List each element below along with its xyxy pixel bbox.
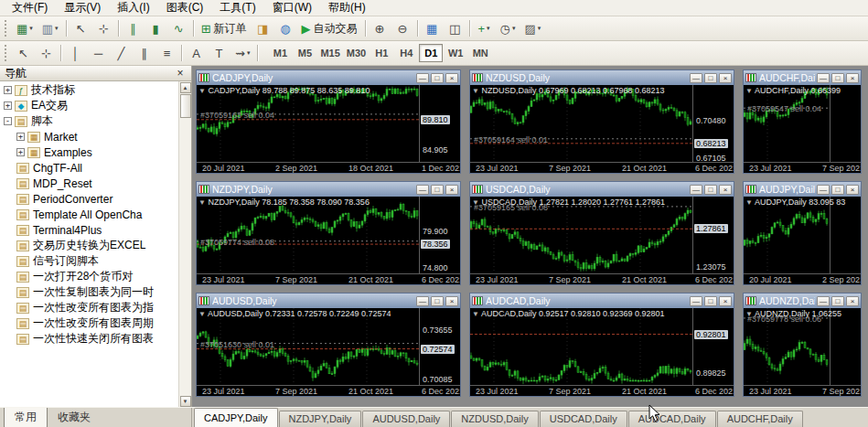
close-button[interactable]: ×	[719, 185, 732, 195]
cascade-windows-button[interactable]: ◫	[445, 18, 466, 38]
timeframe-m1-button[interactable]: M1	[268, 44, 292, 62]
menu-item-6[interactable]: 帮助(H)	[320, 0, 374, 16]
scrollbar-thumb[interactable]	[180, 94, 191, 118]
close-button[interactable]: ×	[846, 296, 859, 306]
restore-button[interactable]: □	[431, 73, 444, 83]
chart-area[interactable]: ▼ AUDCHF,Daily 0.66399#37059547 sell 0.0…	[744, 85, 861, 173]
chart-window-titlebar[interactable]: AUDCHF,Daily—□×	[744, 70, 861, 85]
tree-item-8[interactable]: ▤Template All OpenCha	[0, 207, 178, 222]
timeframe-m15-button[interactable]: M15	[317, 44, 342, 62]
tree-item-7[interactable]: ▤PeriodConverter	[0, 191, 178, 207]
indicators-button[interactable]: +▾	[474, 18, 495, 38]
chart-window-titlebar[interactable]: CADJPY,Daily—□×	[197, 70, 460, 85]
zoom-in-button[interactable]: ⊕	[370, 18, 391, 38]
minimize-button[interactable]: —	[416, 296, 429, 306]
minimize-button[interactable]: —	[416, 185, 429, 195]
minimize-button[interactable]: —	[690, 185, 702, 195]
menu-item-0[interactable]: 文件(F)	[4, 0, 56, 16]
profiles-button[interactable]: ▥▾	[38, 18, 62, 38]
bar-chart-button[interactable]: ∥	[123, 18, 144, 38]
restore-button[interactable]: □	[831, 296, 844, 306]
zoom-out-button[interactable]: ⊖	[392, 18, 413, 38]
chart-tab-2[interactable]: AUDUSD,Daily	[362, 411, 450, 427]
close-button[interactable]: ×	[445, 185, 458, 195]
close-button[interactable]: ×	[445, 73, 458, 83]
chart-tab-6[interactable]: AUDCHF,Daily	[717, 411, 803, 427]
chart-area[interactable]: ▼ AUDJPY,Daily 83.095 8320 Jul 20212 Sep…	[744, 197, 861, 284]
navigator-tab-1[interactable]: 收藏夹	[48, 408, 101, 427]
menu-item-2[interactable]: 插入(I)	[109, 0, 157, 16]
restore-button[interactable]: □	[431, 185, 444, 195]
chart-tab-3[interactable]: NZDUSD,Daily	[451, 411, 538, 427]
minimize-button[interactable]: —	[690, 296, 702, 306]
collapse-icon[interactable]: -	[4, 117, 12, 125]
trendline-button[interactable]: ╱	[111, 43, 132, 63]
chart-tab-1[interactable]: NZDJPY,Daily	[279, 411, 362, 427]
close-button[interactable]: ×	[719, 73, 732, 83]
minimize-button[interactable]: —	[817, 73, 830, 83]
restore-button[interactable]: □	[831, 185, 844, 195]
restore-button[interactable]: □	[704, 73, 717, 83]
expand-icon[interactable]: +	[4, 101, 12, 110]
fibonacci-button[interactable]: ≡	[156, 43, 177, 63]
chart-window-titlebar[interactable]: NZDUSD,Daily—□×	[470, 70, 734, 85]
chart-tab-0[interactable]: CADJPY,Daily	[194, 408, 278, 427]
new-chart-button[interactable]: ▦▾	[13, 18, 37, 38]
tree-item-0[interactable]: +ƒ技术指标	[0, 82, 178, 98]
timeframe-h1-button[interactable]: H1	[370, 44, 393, 62]
timeframe-h4-button[interactable]: H4	[394, 44, 418, 62]
text-button[interactable]: A	[186, 43, 207, 63]
menu-item-3[interactable]: 图表(C)	[158, 0, 212, 16]
chart-window-titlebar[interactable]: AUDJPY,Daily—□×	[744, 182, 861, 197]
tree-item-1[interactable]: +◆EA交易	[0, 98, 178, 113]
timeframe-d1-button[interactable]: D1	[419, 44, 443, 62]
close-button[interactable]: ×	[846, 185, 859, 195]
tree-item-10[interactable]: ▤交易历史转换为EXCEL	[0, 238, 178, 253]
navigator-scrollbar[interactable]: ▲ ▼	[178, 81, 191, 407]
minimize-button[interactable]: —	[416, 73, 429, 83]
tree-item-16[interactable]: ▤一次性快速关闭所有图表	[0, 331, 178, 347]
tree-item-12[interactable]: ▤一次打开28个货币对	[0, 269, 178, 284]
chart-area[interactable]: 89.81084.905▼ CADJPY,Daily 89.788 89.875…	[197, 85, 460, 173]
line-chart-button[interactable]: ∿	[168, 18, 189, 38]
close-button[interactable]: ×	[846, 73, 859, 83]
chart-window-titlebar[interactable]: USDCAD,Daily—□×	[470, 182, 734, 197]
chart-area[interactable]: 0.928010.89825▼ AUDCAD,Daily 0.92517 0.9…	[470, 308, 734, 396]
vertical-line-button[interactable]: │	[65, 43, 86, 63]
tree-item-15[interactable]: ▤一次性改变所有图表周期	[0, 315, 178, 331]
close-button[interactable]: ×	[445, 296, 458, 306]
restore-button[interactable]: □	[704, 185, 717, 195]
minimize-button[interactable]: —	[690, 73, 702, 83]
tree-item-13[interactable]: ▤一次性复制图表为同一时	[0, 284, 178, 300]
expand-icon[interactable]: +	[16, 148, 25, 156]
expand-icon[interactable]: +	[4, 86, 12, 94]
tree-item-11[interactable]: ▤信号订阅脚本	[0, 253, 178, 269]
templates-button[interactable]: ▨▾	[520, 18, 544, 38]
tile-windows-button[interactable]: ▦	[422, 18, 443, 38]
new-order-button[interactable]: ⊞新订单	[198, 18, 251, 38]
chart-area[interactable]: 79.90078.35674.800▼ NZDJPY,Daily 78.185 …	[197, 197, 460, 284]
metaeditor-button[interactable]: ◨	[252, 18, 273, 38]
restore-button[interactable]: □	[704, 296, 717, 306]
chart-window-titlebar[interactable]: AUDCAD,Daily—□×	[470, 294, 734, 308]
close-icon[interactable]: ×	[174, 68, 187, 80]
chart-window-titlebar[interactable]: AUDUSD,Daily—□×	[197, 294, 460, 308]
restore-button[interactable]: □	[431, 296, 444, 306]
chart-area[interactable]: 1.278611.23075▼ USDCAD,Daily 1.27821 1.2…	[470, 197, 734, 284]
autotrading-button[interactable]: ▶自动交易	[298, 18, 361, 38]
periods-button[interactable]: ◷▾	[497, 18, 520, 38]
tree-item-4[interactable]: +▦Examples	[0, 144, 178, 160]
mql-community-button[interactable]: ◍	[275, 18, 296, 38]
cursor-button[interactable]: ↖	[70, 18, 91, 38]
tree-item-5[interactable]: ▤ChgTF-All	[0, 160, 178, 176]
timeframe-w1-button[interactable]: W1	[444, 44, 467, 62]
scroll-up-icon[interactable]: ▲	[180, 82, 191, 93]
channel-button[interactable]: ∥	[134, 43, 155, 63]
tree-item-3[interactable]: +▦Market	[0, 129, 178, 144]
chart-area[interactable]: ▼ AUDNZD,Daily 1.06255#37059778 sell 0.0…	[744, 308, 861, 396]
tree-item-9[interactable]: ▤Terminal4Plus	[0, 222, 178, 238]
menu-item-5[interactable]: 窗口(W)	[264, 0, 320, 16]
timeframe-mn-button[interactable]: MN	[468, 44, 492, 62]
tree-item-14[interactable]: ▤一次性改变所有图表为指	[0, 300, 178, 315]
close-button[interactable]: ×	[719, 296, 732, 306]
